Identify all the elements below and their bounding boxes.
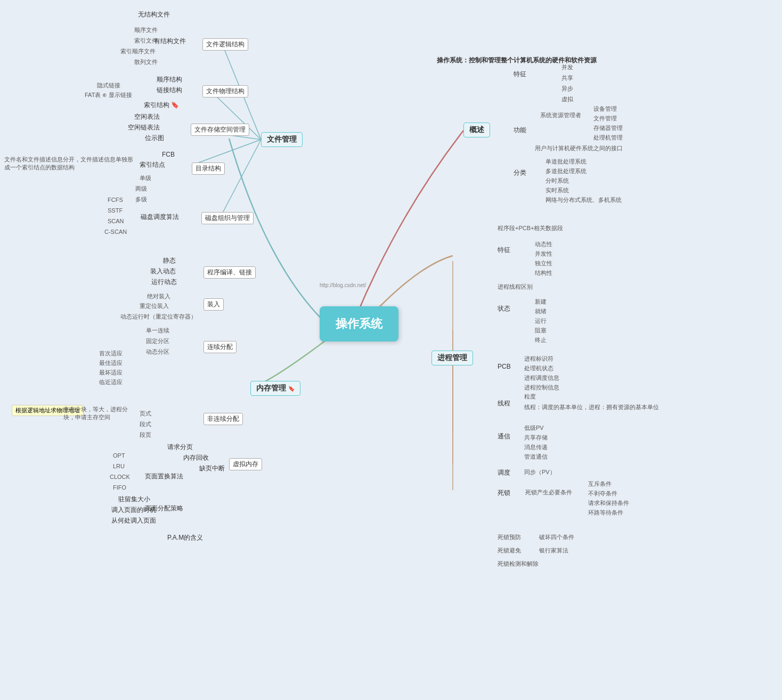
dynamic-part-node: 动态分区 [144, 347, 172, 356]
proc-id-node: 进程标识符 [522, 354, 556, 363]
mem-reclaim-node: 内存回收 [181, 453, 211, 463]
static-node: 静态 [161, 256, 178, 266]
function-node: 功能 [511, 125, 528, 135]
abs-load-node: 绝对装入 [145, 292, 173, 301]
scan-node: SCAN [105, 217, 126, 225]
free-table-node: 空闲表法 [132, 112, 162, 122]
demand-page-node: 请求分页 [165, 442, 195, 452]
page-fault-node: 缺页中断 [197, 463, 227, 474]
page-alloc-node: 页面分配策略 [143, 503, 185, 514]
prog-compile-node: 程序编译、链接 [203, 266, 256, 279]
opt-node: OPT [111, 452, 127, 459]
sync-pv-node: 同步（PV） [522, 468, 558, 477]
file-logic-node: 文件逻辑结构 [202, 38, 248, 51]
pipe-comm-node: 管道通信 [522, 452, 550, 461]
hidden-link-node: 隐式链接 [95, 81, 123, 90]
banker-node: 银行家算法 [537, 546, 571, 555]
mem-management-node: 内存管理 🔖 [250, 381, 300, 396]
fcfs-node: FCFS [105, 196, 125, 204]
dev-mgr-node: 设备管理 [591, 104, 619, 113]
schedule-label-node: 调度 [495, 468, 512, 478]
deadlock-cond-node: 死锁产生必要条件 [523, 488, 574, 497]
deadlock-label-node: 死锁 [495, 488, 512, 498]
break-four-node: 破坏四个条件 [537, 533, 576, 542]
fifo-node: FIFO [111, 484, 128, 491]
file-space-label: 文件存储空间管理 [194, 126, 246, 133]
deadlock-avoid-node: 死锁避免 [495, 546, 523, 555]
no-struct-node: 无结构文件 [136, 10, 172, 20]
concurrent2-node: 并发性 [533, 249, 555, 258]
fat-explicit-node: FAT表 ⊕ 显示链接 [83, 91, 134, 100]
url-text: http://blog.csdn.net/ [320, 282, 366, 288]
indexed-seq-node: 索引顺序文件 [118, 47, 158, 56]
realtime-node: 实时系统 [543, 186, 571, 195]
virtual-node: 虚拟 [559, 95, 575, 104]
lru-node: LRU [111, 462, 127, 470]
thread-desc-node: 线程：调度的基本单位，进程：拥有资源的基本单位 [522, 403, 661, 412]
concurrent-node: 并发 [559, 63, 575, 72]
file-phys-node: 文件物理结构 [202, 85, 248, 97]
running-node: 运行 [533, 316, 549, 325]
comm-label-node: 通信 [495, 432, 512, 442]
pcb-label-node: PCB [495, 362, 513, 371]
multi-level-node: 多级 [133, 195, 149, 204]
load-from-node: 从何处调入页面 [109, 516, 158, 526]
granularity-node: 粒度 [522, 392, 538, 401]
shared-mem-node: 共享存储 [522, 433, 550, 442]
dir-struct-node: 目录结构 [192, 162, 225, 175]
index-node-node: 索引结点 [137, 160, 167, 170]
sched-info-node: 进程调度信息 [522, 373, 561, 382]
run-dynamic-node: 运行动态 [149, 277, 179, 287]
cont-alloc-node: 连续分配 [203, 341, 237, 353]
reloc-load-node: 重定位装入 [137, 302, 171, 311]
cscan-node: C-SCAN [102, 228, 129, 235]
file-management-label: 文件管理 [267, 135, 297, 143]
non-cont-node: 非连续分配 [203, 413, 243, 425]
bit-map-node: 位示图 [143, 133, 166, 143]
request-hold-node: 请求和保持条件 [586, 499, 631, 508]
virt-mem-node: 虚拟内存 [229, 458, 262, 470]
clock-node: CLOCK [108, 473, 132, 481]
svg-line-3 [192, 140, 261, 165]
url-label: http://blog.csdn.net/ [320, 282, 366, 288]
low-pv-node: 低级PV [522, 424, 546, 433]
mutual-excl-node: 互斥条件 [586, 479, 614, 489]
mindmap-container: 操作系统 http://blog.csdn.net/ 文件管理 文件逻辑结构 无… [0, 0, 782, 700]
async-node: 异步 [559, 84, 575, 93]
mem-management-label: 内存管理 [256, 384, 286, 392]
fcb-node: FCB [160, 150, 177, 159]
dynamic-node: 动态性 [533, 240, 555, 249]
proc-info-node: 程序段+PCB+相关数据段 [495, 224, 565, 233]
terminated-node: 终止 [533, 336, 549, 345]
proc-thread-diff-node: 进程线程区别 [495, 282, 535, 291]
file-management-node: 文件管理 [261, 132, 303, 147]
thread-label-node: 线程 [495, 398, 512, 409]
disk-org-node: 磁盘组织与管理 [201, 212, 254, 224]
index-struct-node: 索引结构 🔖 [142, 100, 181, 110]
best-fit-node: 最佳适应 [97, 359, 125, 368]
worst-fit-node: 最坏适应 [97, 368, 125, 377]
seq-struct-node: 顺序结构 [154, 75, 184, 85]
user-interface-node: 用户与计算机硬件系统之间的接口 [533, 144, 625, 153]
main-part-node: 主存分块，等大，进程分块，申请主存空间 [61, 405, 141, 422]
cpu-state-node: 处理机状态 [522, 364, 556, 373]
center-node: 操作系统 [320, 306, 398, 341]
proc-mgmt-label-node: 进程管理 [431, 351, 473, 365]
multi-batch-node: 多道批处理系统 [543, 167, 589, 176]
cpu-mgr-node: 处理机管理 [591, 133, 625, 142]
ctrl-info-node: 进程控制信息 [522, 383, 561, 392]
dir-struct-label: 目录结构 [196, 165, 221, 172]
ordered-node: 顺序文件 [132, 26, 160, 35]
new-node: 新建 [533, 297, 549, 306]
near-fit-node: 临近适应 [97, 378, 125, 387]
seg-node: 段式 [137, 420, 153, 429]
ready-node: 就绪 [533, 307, 549, 316]
page-replace-node: 页面置换算法 [143, 471, 185, 482]
disk-algo-node: 磁盘调度算法 [139, 212, 181, 222]
long-text-label: 文件名和文件描述信息分开，文件描述信息单独形成一个索引结点的数据结构 [4, 156, 133, 170]
file-space-node: 文件存储空间管理 [191, 124, 249, 136]
seg-page-node: 段页 [137, 430, 153, 439]
sys-res-node: 系统资源管理者 [538, 111, 583, 120]
disk-org-label: 磁盘组织与管理 [205, 214, 250, 222]
fixed-part-node: 固定分区 [144, 337, 172, 346]
